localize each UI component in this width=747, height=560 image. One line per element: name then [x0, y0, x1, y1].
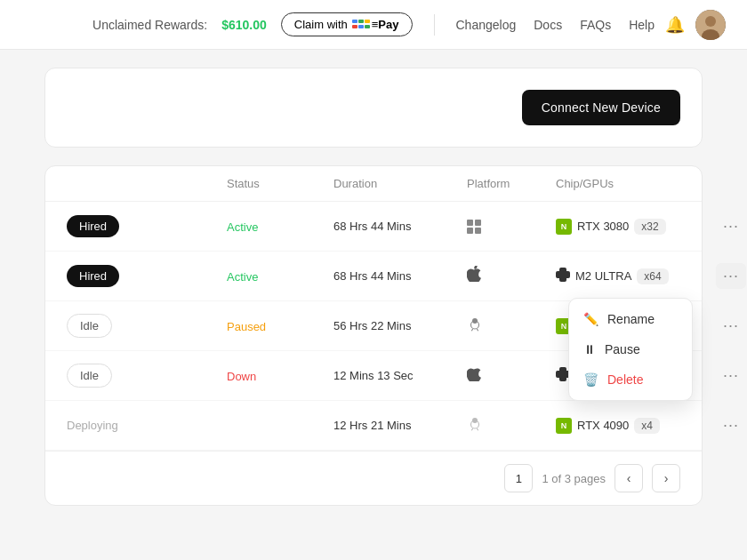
row-actions: ···: [716, 213, 747, 239]
svg-line-20: [477, 428, 478, 430]
rewards-label: Unclaimed Rewards:: [92, 18, 207, 32]
pay-icon: ≡Pay: [352, 18, 399, 31]
row-actions: ···: [716, 412, 747, 438]
nav-links: Changelog Docs FAQs Help: [456, 18, 655, 32]
avatar[interactable]: [695, 10, 726, 40]
page-info: 1 of 3 pages: [542, 472, 606, 485]
header-divider: [434, 14, 435, 36]
avatar-image: [695, 10, 726, 40]
windows-icon: [467, 220, 481, 234]
next-page-button[interactable]: ›: [652, 464, 680, 492]
dropdown-rename[interactable]: ✏️ Rename: [569, 304, 692, 334]
prev-page-button[interactable]: ‹: [614, 464, 643, 492]
idle-badge: Idle: [67, 364, 112, 388]
rewards-amount: $610.00: [221, 18, 267, 32]
row-duration: 68 Hrs 44 Mins: [333, 269, 467, 283]
svg-rect-1: [358, 20, 364, 23]
rename-label: Rename: [607, 312, 655, 326]
count-badge: x4: [634, 418, 660, 434]
nav-changelog[interactable]: Changelog: [456, 18, 517, 32]
apple-chip-icon: [556, 268, 570, 285]
idle-badge: Idle: [67, 314, 112, 338]
svg-rect-10: [556, 271, 570, 278]
table-row: Hired Active 68 Hrs 44 Mins M2 ULTRA x64…: [45, 252, 702, 301]
hired-badge: Hired: [67, 265, 119, 287]
nav-help[interactable]: Help: [629, 18, 655, 32]
status-active: Active: [227, 220, 258, 234]
chip-name: M2 ULTRA: [575, 269, 631, 283]
hired-badge: Hired: [67, 215, 119, 237]
row-actions: ···: [716, 263, 747, 289]
nvidia-icon: N: [556, 418, 572, 434]
col-chip: Chip/GPUs: [556, 177, 716, 190]
pause-label: Pause: [605, 342, 640, 356]
dropdown-pause[interactable]: ⏸ Pause: [569, 334, 692, 364]
row-duration: 12 Hrs 21 Mins: [333, 419, 467, 432]
top-card: Connect New Device: [44, 68, 703, 148]
deploying-badge: Deploying: [67, 419, 118, 432]
delete-icon: 🗑️: [583, 372, 598, 387]
platform-apple: [467, 365, 556, 386]
svg-rect-0: [352, 20, 357, 23]
col-duration: Duration: [333, 177, 467, 190]
platform-linux: [467, 316, 556, 336]
row-status: Down: [227, 368, 333, 384]
chip-cell: N RTX 4090 x4: [556, 418, 716, 434]
svg-rect-2: [365, 20, 370, 23]
platform-linux: [467, 415, 556, 436]
claim-label: Claim with: [294, 18, 348, 31]
pause-icon: ⏸: [583, 342, 596, 356]
chip-name: RTX 3080: [577, 220, 629, 233]
dropdown-delete[interactable]: 🗑️ Delete: [569, 364, 692, 395]
col-name: [67, 177, 227, 190]
connect-new-device-button[interactable]: Connect New Device: [522, 90, 680, 125]
nvidia-icon: N: [556, 219, 572, 235]
row-status: Active: [227, 268, 333, 284]
row-actions: ···: [716, 313, 747, 339]
svg-rect-3: [352, 25, 357, 28]
chip-cell: M2 ULTRA x64: [556, 268, 716, 285]
svg-point-7: [705, 16, 716, 27]
more-button[interactable]: ···: [716, 313, 746, 339]
col-status: Status: [227, 177, 333, 190]
table-row: Deploying 12 Hrs 21 Mins N RTX 4090 x4 ·…: [45, 401, 702, 451]
row-status: Active: [227, 219, 333, 235]
row-actions: ···: [716, 363, 747, 388]
row-duration: 12 Mins 13 Sec: [333, 369, 467, 382]
svg-rect-5: [365, 25, 370, 28]
claim-button[interactable]: Claim with ≡Pay: [281, 12, 413, 36]
row-status: Paused: [227, 318, 333, 334]
count-badge: x64: [637, 268, 668, 284]
status-active: Active: [227, 270, 258, 284]
table-row: Hired Active 68 Hrs 44 Mins N RTX 3080 x…: [45, 202, 702, 252]
delete-label: Delete: [607, 372, 643, 387]
dropdown-menu: ✏️ Rename ⏸ Pause 🗑️ Delete: [568, 298, 693, 401]
col-platform: Platform: [467, 177, 556, 190]
svg-rect-4: [358, 25, 364, 28]
pagination: 1 1 of 3 pages ‹ ›: [45, 451, 702, 505]
more-button-active[interactable]: ···: [716, 263, 746, 289]
pay-label: ≡Pay: [372, 18, 399, 31]
bell-icon[interactable]: 🔔: [665, 15, 685, 35]
col-actions: [716, 177, 747, 190]
nav-faqs[interactable]: FAQs: [580, 18, 611, 32]
row-duration: 56 Hrs 22 Mins: [333, 319, 467, 332]
row-badge-area: Hired: [67, 215, 227, 237]
row-badge-area: Idle: [67, 314, 227, 338]
platform-apple: [467, 266, 556, 286]
table-header: Status Duration Platform Chip/GPUs: [45, 166, 702, 202]
more-button[interactable]: ···: [716, 412, 746, 438]
count-badge: x32: [634, 219, 665, 235]
more-button[interactable]: ···: [716, 363, 746, 388]
row-duration: 68 Hrs 44 Mins: [333, 220, 467, 233]
platform-windows: [467, 220, 556, 234]
status-paused: Paused: [227, 320, 266, 333]
table-card: Status Duration Platform Chip/GPUs Hired…: [44, 165, 703, 506]
more-button[interactable]: ···: [716, 213, 746, 239]
nav-docs[interactable]: Docs: [534, 18, 562, 32]
row-badge-area: Idle: [67, 364, 227, 388]
header-right: 🔔: [665, 10, 726, 40]
chip-cell: N RTX 3080 x32: [556, 219, 716, 235]
main-content: Connect New Device Status Duration Platf…: [0, 50, 747, 524]
page-number[interactable]: 1: [504, 464, 533, 492]
